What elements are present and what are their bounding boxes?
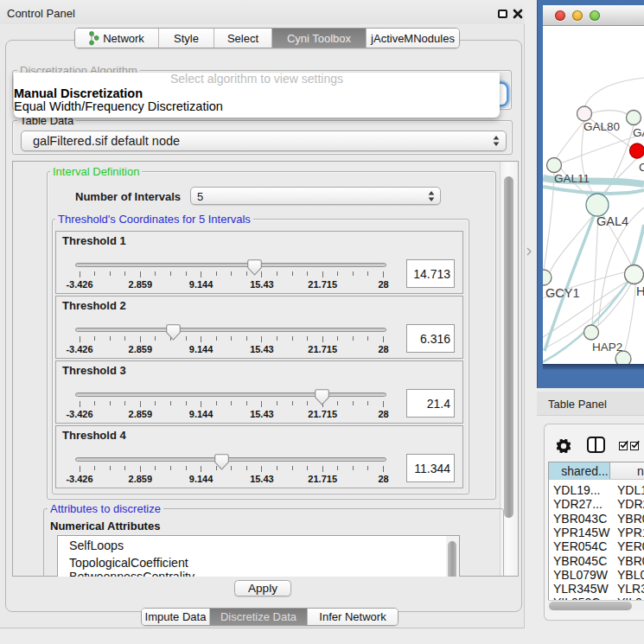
svg-text:H: H	[636, 284, 644, 298]
svg-text:GCY1: GCY1	[545, 286, 580, 300]
svg-text:HAP2: HAP2	[592, 341, 622, 354]
svg-text:GA: GA	[633, 126, 644, 139]
svg-text:C: C	[639, 161, 644, 174]
svg-text:GAL80: GAL80	[583, 120, 620, 133]
svg-text:GAL11: GAL11	[554, 172, 590, 185]
svg-text:GAL4: GAL4	[596, 214, 628, 228]
